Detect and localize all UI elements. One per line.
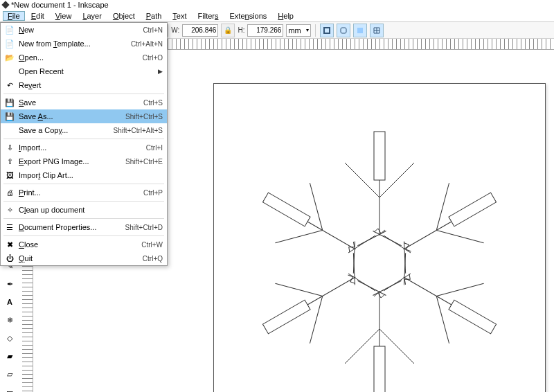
svg-line-7 bbox=[348, 235, 375, 253]
tool-spray[interactable]: ❄ bbox=[1, 312, 18, 328]
menu-item-clean-up-document[interactable]: ✧Clean up document bbox=[1, 203, 167, 217]
titlebar: *New document 1 - Inkscape bbox=[0, 0, 554, 10]
tool-bucket[interactable]: ▰ bbox=[1, 348, 18, 364]
menu-shortcut: Shift+Ctrl+S bbox=[125, 113, 163, 121]
menu-shortcut: Shift+Ctrl+Alt+S bbox=[114, 127, 163, 134]
menu-shortcut: Ctrl+P bbox=[143, 189, 163, 197]
separator bbox=[315, 24, 316, 37]
unit-select[interactable]: mm▾ bbox=[286, 24, 311, 37]
menu-shortcut: Ctrl+Alt+N bbox=[131, 40, 163, 48]
chevron-down-icon: ▾ bbox=[306, 27, 309, 33]
props-icon: ☰ bbox=[5, 222, 15, 232]
menu-item-label: Open... bbox=[19, 53, 138, 62]
menubar: File Edit View Layer Object Path Text Fi… bbox=[0, 10, 554, 22]
revert-icon: ↶ bbox=[5, 80, 15, 90]
menu-separator bbox=[3, 218, 164, 219]
menu-separator bbox=[3, 235, 164, 236]
svg-rect-1 bbox=[341, 28, 346, 33]
w-input[interactable] bbox=[182, 24, 218, 37]
menu-edit[interactable]: Edit bbox=[26, 11, 49, 21]
clipart-icon: 🖼 bbox=[5, 170, 15, 180]
close-icon: ✖ bbox=[5, 240, 15, 249]
clean-icon: ✧ bbox=[5, 205, 15, 215]
menu-item-label: Quit bbox=[19, 254, 138, 262]
svg-rect-3 bbox=[374, 132, 385, 180]
menu-item-label: Document Properties... bbox=[19, 223, 121, 231]
menu-shortcut: Shift+Ctrl+D bbox=[125, 224, 163, 231]
tool-calligraphy[interactable]: ✒ bbox=[1, 276, 18, 292]
menu-separator bbox=[3, 139, 164, 139]
print-icon: 🖨 bbox=[5, 188, 15, 197]
menu-shortcut: Ctrl+I bbox=[146, 144, 163, 152]
menu-item-document-properties[interactable]: ☰Document Properties...Shift+Ctrl+D bbox=[1, 220, 167, 234]
menu-item-print[interactable]: 🖨Print...Ctrl+P bbox=[1, 186, 167, 199]
lock-icon[interactable]: 🔒 bbox=[221, 24, 235, 37]
menu-item-quit[interactable]: ⏻QuitCtrl+Q bbox=[1, 251, 167, 265]
scale-pattern-toggle[interactable] bbox=[370, 24, 384, 37]
scale-corners-toggle[interactable] bbox=[337, 24, 350, 37]
save-icon: 💾 bbox=[5, 98, 15, 107]
menu-item-label: Import Clip Art... bbox=[19, 171, 163, 179]
menu-item-revert[interactable]: ↶Revert bbox=[1, 78, 167, 92]
menu-item-open[interactable]: 📂Open...Ctrl+O bbox=[1, 51, 167, 64]
scale-gradient-toggle[interactable] bbox=[353, 24, 367, 37]
menu-item-save-a-copy[interactable]: Save a Copy...Shift+Ctrl+Alt+S bbox=[1, 123, 167, 137]
svg-rect-2 bbox=[357, 28, 363, 33]
menu-help[interactable]: Help bbox=[273, 11, 298, 21]
menu-item-label: New bbox=[19, 26, 138, 34]
menu-item-label: Save bbox=[19, 98, 139, 107]
toolbox: ✎ ✒ A ❄ ◇ ▰ ▱ ▭ bbox=[0, 256, 22, 392]
menu-extensions[interactable]: Extensions bbox=[225, 11, 272, 21]
menu-item-label: Open Recent bbox=[19, 67, 154, 75]
menu-separator bbox=[3, 93, 164, 94]
menu-path[interactable]: Path bbox=[141, 11, 167, 21]
quit-icon: ⏻ bbox=[5, 253, 15, 263]
menu-shortcut: Ctrl+S bbox=[143, 99, 163, 107]
menu-shortcut: Ctrl+W bbox=[141, 241, 163, 249]
page bbox=[213, 83, 546, 392]
menu-item-label: Close bbox=[19, 240, 137, 249]
svg-rect-0 bbox=[324, 28, 330, 33]
menu-object[interactable]: Object bbox=[108, 11, 140, 21]
menu-item-save-as[interactable]: 💾Save As...Shift+Ctrl+S bbox=[1, 109, 167, 123]
tool-dropper[interactable]: ▭ bbox=[1, 384, 18, 392]
menu-view[interactable]: View bbox=[51, 11, 77, 21]
w-label: W: bbox=[171, 26, 179, 34]
menu-shortcut: Ctrl+Q bbox=[143, 255, 163, 262]
new-doc-icon: 📄 bbox=[5, 25, 15, 35]
scale-stroke-toggle[interactable] bbox=[320, 24, 334, 37]
tool-eraser[interactable]: ◇ bbox=[1, 330, 18, 346]
menu-filters[interactable]: Filters bbox=[193, 11, 224, 21]
menu-item-open-recent[interactable]: Open Recent▶ bbox=[1, 64, 167, 78]
blank-icon bbox=[5, 125, 15, 135]
menu-shortcut: Ctrl+O bbox=[143, 54, 163, 62]
tool-text[interactable]: A bbox=[1, 294, 18, 310]
menu-text[interactable]: Text bbox=[168, 11, 191, 21]
menu-item-new[interactable]: 📄NewCtrl+N bbox=[1, 23, 167, 37]
menu-item-export-png-image[interactable]: ⇧Export PNG Image...Shift+Ctrl+E bbox=[1, 154, 167, 168]
snowflake-drawing[interactable] bbox=[231, 114, 528, 392]
menu-item-label: Print... bbox=[19, 188, 139, 197]
import-icon: ⇩ bbox=[5, 143, 15, 152]
menu-item-new-from-template[interactable]: 📄New from Template...Ctrl+Alt+N bbox=[1, 37, 167, 51]
menu-item-import[interactable]: ⇩Import...Ctrl+I bbox=[1, 141, 167, 154]
menu-item-import-clip-art[interactable]: 🖼Import Clip Art... bbox=[1, 168, 167, 182]
h-input[interactable] bbox=[247, 24, 283, 37]
menu-shortcut: Ctrl+N bbox=[143, 26, 163, 34]
menu-file[interactable]: File bbox=[3, 11, 25, 21]
window-title: *New document 1 - Inkscape bbox=[11, 1, 109, 9]
menu-item-close[interactable]: ✖CloseCtrl+W bbox=[1, 238, 167, 251]
menu-item-label: Revert bbox=[19, 81, 163, 89]
file-menu-dropdown: 📄NewCtrl+N📄New from Template...Ctrl+Alt+… bbox=[0, 22, 168, 266]
menu-item-label: New from Template... bbox=[19, 39, 127, 48]
menu-item-save[interactable]: 💾SaveCtrl+S bbox=[1, 96, 167, 109]
menu-layer[interactable]: Layer bbox=[78, 11, 107, 21]
h-label: H: bbox=[238, 26, 244, 34]
menu-item-label: Save As... bbox=[19, 112, 121, 121]
tool-gradient[interactable]: ▱ bbox=[1, 366, 18, 382]
menu-separator bbox=[3, 201, 164, 202]
export-icon: ⇧ bbox=[5, 157, 15, 166]
menu-separator bbox=[3, 184, 164, 184]
menu-shortcut: Shift+Ctrl+E bbox=[125, 158, 163, 166]
open-icon: 📂 bbox=[5, 53, 15, 62]
